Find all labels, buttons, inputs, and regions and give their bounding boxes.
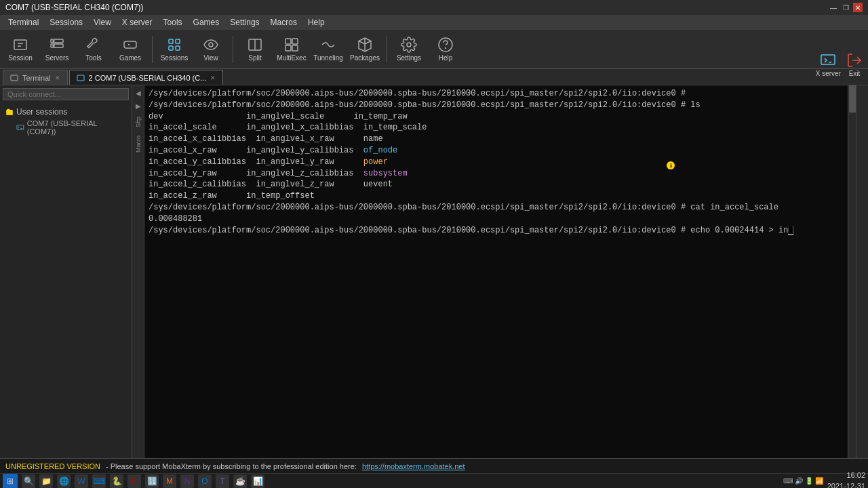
edge-icon[interactable]: 🌐 (57, 474, 71, 488)
outlook-icon[interactable]: O (198, 474, 212, 488)
time: 16:02 (827, 470, 865, 481)
status-message: - Please support MobaXterm by subscribin… (106, 462, 357, 470)
toolbar: Session Servers Tools Games (0, 30, 868, 69)
menu-settings[interactable]: Settings (224, 16, 264, 28)
date: 2021-12-31 (827, 481, 865, 489)
title-bar-controls: — ❐ ✕ (829, 3, 863, 12)
menu-tools[interactable]: Tools (158, 16, 188, 28)
svg-rect-15 (285, 45, 291, 51)
svg-rect-7 (176, 39, 180, 43)
terminal-scrollbar[interactable] (848, 85, 856, 458)
onenote-icon[interactable]: N (180, 474, 194, 488)
filezilla-icon[interactable]: F (127, 474, 141, 488)
menu-sessions[interactable]: Sessions (44, 16, 88, 28)
help-button[interactable]: Help (428, 32, 463, 67)
status-link[interactable]: https://mobaxterm.mobatek.net (362, 462, 465, 470)
tree-item-com7[interactable]: COM7 (USB-SERIAL (COM7)) (3, 118, 129, 137)
strip-icon-sftp[interactable]: Sftp (134, 114, 142, 130)
session-button[interactable]: Session (3, 32, 38, 67)
unregistered-label: UNREGISTERED VERSION (5, 462, 100, 470)
search-taskbar-icon[interactable]: 🔍 (22, 474, 35, 488)
quick-connect-input[interactable] (3, 88, 129, 100)
terminal-line-7: in_accel_y_calibbias in_anglvel_y_raw po… (149, 157, 844, 168)
xserver-button[interactable]: X server (816, 52, 841, 77)
packages-button[interactable]: Packages (347, 32, 382, 67)
taskbar-left: ⊞ 🔍 📁 🌐 W ⌨ 🐍 F 🔢 M N O T ☕ 📊 (3, 474, 264, 489)
terminal-line-1: /sys/devices/platform/soc/2000000.aips-b… (149, 88, 844, 100)
scroll-thumb[interactable] (849, 85, 856, 113)
svg-rect-20 (821, 55, 835, 64)
svg-rect-13 (285, 39, 291, 44)
tab-terminal[interactable]: Terminal ✕ (3, 70, 68, 85)
close-button[interactable]: ✕ (853, 3, 863, 12)
teams-icon[interactable]: T (216, 474, 229, 488)
taskbar: ⊞ 🔍 📁 🌐 W ⌨ 🐍 F 🔢 M N O T ☕ 📊 ⌨ 🔊 🔋 📶 16… (0, 473, 868, 488)
strip-icon-macro[interactable]: Macro (134, 133, 142, 155)
svg-point-3 (53, 41, 54, 42)
file-explorer-icon[interactable]: 📁 (39, 474, 53, 488)
terminal-line-6: in_accel_x_raw in_anglvel_y_calibbias of… (149, 145, 844, 157)
yellow-marker: ℹ (667, 161, 675, 169)
separator-1 (152, 36, 153, 63)
minimize-button[interactable]: — (829, 3, 838, 12)
svg-point-4 (53, 45, 54, 47)
sessions-button[interactable]: Sessions (157, 32, 192, 67)
title-bar: COM7 (USB-SERIAL CH340 (COM7)) — ❐ ✕ (0, 0, 868, 15)
svg-rect-23 (77, 75, 84, 81)
settings-button[interactable]: Settings (391, 32, 427, 67)
view-button[interactable]: View (193, 32, 229, 67)
exit-button[interactable]: Exit (846, 52, 863, 77)
svg-point-19 (446, 48, 446, 49)
terminal-line-11: /sys/devices/platform/soc/2000000.aips-b… (149, 202, 844, 214)
left-sidebar: User sessions COM7 (USB-SERIAL (COM7)) (0, 85, 132, 458)
svg-rect-5 (124, 41, 136, 48)
svg-point-17 (407, 43, 411, 47)
separator-2 (233, 36, 233, 63)
menu-xserver[interactable]: X server (117, 16, 158, 28)
mobaterm-icon[interactable]: M (163, 474, 176, 488)
menu-macros[interactable]: Macros (265, 16, 302, 28)
clock[interactable]: 16:02 2021-12-31 (827, 470, 865, 488)
menu-terminal[interactable]: Terminal (3, 16, 44, 28)
calculator-icon[interactable]: 🔢 (145, 474, 159, 488)
tab-com7[interactable]: 2 COM7 (USB-SERIAL CH340 (C... ✕ (69, 70, 224, 85)
multiexec-button[interactable]: MultiExec (274, 32, 309, 67)
svg-rect-0 (14, 40, 26, 49)
svg-rect-14 (292, 39, 298, 44)
app-icon-1[interactable]: 📊 (251, 474, 264, 488)
tab-close-terminal[interactable]: ✕ (55, 75, 60, 81)
games-button[interactable]: Games (113, 32, 148, 67)
terminal-line-4: in_accel_scale in_anglvel_x_calibbias in… (149, 122, 844, 134)
start-button[interactable]: ⊞ (3, 474, 18, 489)
menu-games[interactable]: Games (188, 16, 225, 28)
session-tree: User sessions COM7 (USB-SERIAL (COM7)) (0, 103, 132, 140)
split-button[interactable]: Split (237, 32, 273, 67)
tunneling-button[interactable]: Tunneling (311, 32, 346, 67)
strip-arrow-down[interactable]: ▶ (134, 101, 142, 111)
tree-folder-user-sessions[interactable]: User sessions (3, 106, 129, 118)
terminal-line-5: in_accel_x_calibbias in_anglvel_x_raw na… (149, 134, 844, 145)
svg-point-10 (209, 43, 213, 47)
right-toolbar: X server Exit (810, 45, 868, 84)
menu-view[interactable]: View (88, 16, 117, 28)
servers-button[interactable]: Servers (39, 32, 75, 67)
terminal-area[interactable]: /sys/devices/platform/soc/2000000.aips-b… (144, 85, 848, 458)
taskbar-right: ⌨ 🔊 🔋 📶 16:02 2021-12-31 (783, 470, 865, 488)
svg-rect-24 (17, 125, 24, 130)
svg-rect-6 (169, 39, 173, 43)
word-icon[interactable]: W (75, 474, 88, 488)
menu-help[interactable]: Help (302, 16, 330, 28)
java-icon[interactable]: ☕ (233, 474, 247, 488)
maximize-button[interactable]: ❐ (841, 3, 850, 12)
strip-arrow-up[interactable]: ◀ (134, 88, 142, 98)
tools-button[interactable]: Tools (76, 32, 111, 67)
left-icon-strip: ◀ ▶ Sftp Macro (132, 85, 144, 458)
terminal-line-8: in_accel_y_raw in_anglvel_z_calibbias su… (149, 168, 844, 180)
vscode-icon[interactable]: ⌨ (92, 474, 106, 488)
python-icon[interactable]: 🐍 (110, 474, 123, 488)
tab-close-com7[interactable]: ✕ (210, 75, 216, 81)
svg-rect-16 (292, 45, 298, 51)
menu-bar: Terminal Sessions View X server Tools Ga… (0, 15, 868, 30)
tab-bar: Terminal ✕ 2 COM7 (USB-SERIAL CH340 (C..… (0, 69, 868, 85)
terminal-line-13: /sys/devices/platform/soc/2000000.aips-b… (149, 225, 844, 237)
